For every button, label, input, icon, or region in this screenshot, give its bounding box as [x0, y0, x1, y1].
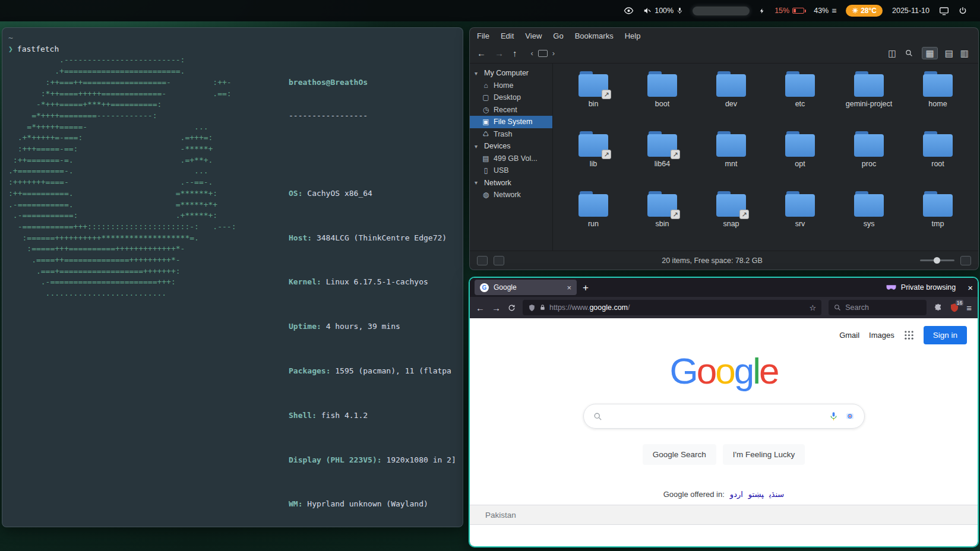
- folder-item[interactable]: ↗ dev: [697, 74, 766, 108]
- side-pane-toggle-icon[interactable]: [477, 256, 488, 265]
- folder-item[interactable]: ↗ run: [559, 194, 628, 228]
- sidebar-row[interactable]: ▾ ◷ Recent: [470, 104, 552, 116]
- menu-item[interactable]: Bookmarks: [575, 31, 614, 40]
- menu-item[interactable]: Go: [553, 31, 563, 40]
- folder-item[interactable]: ↗ lib: [559, 134, 628, 168]
- folder-icon: ↗: [716, 194, 746, 217]
- folder-item[interactable]: ↗ root: [903, 134, 972, 168]
- sidebar-row[interactable]: ▾ My Computer: [470, 67, 552, 80]
- sidebar-row[interactable]: ▾ ▯ USB: [470, 164, 552, 177]
- list-view-button[interactable]: ▤: [945, 49, 953, 58]
- terminal-window[interactable]: ~ ❯fastfetch .-------------------------:…: [2, 27, 463, 527]
- up-icon[interactable]: ↑: [513, 49, 517, 58]
- back-icon[interactable]: ←: [477, 49, 486, 58]
- folder-item[interactable]: ↗ bin: [559, 74, 628, 108]
- menu-item[interactable]: Help: [625, 31, 641, 40]
- sidebar-row[interactable]: ▾ ◍ Network: [470, 189, 552, 201]
- menu-item[interactable]: View: [525, 31, 542, 40]
- sidebar-row[interactable]: ▾ Devices: [470, 140, 552, 153]
- folder-item[interactable]: ↗ etc: [766, 74, 834, 108]
- search-icon[interactable]: [905, 49, 913, 57]
- google-action-button[interactable]: I'm Feeling Lucky: [723, 444, 805, 465]
- clock-date[interactable]: 2025-11-10: [892, 7, 930, 15]
- next-tab-icon[interactable]: ›: [552, 49, 555, 57]
- url-bar[interactable]: https://www.google.com/ ☆: [523, 300, 821, 315]
- reload-icon[interactable]: [508, 304, 516, 312]
- folder-item[interactable]: ↗ tmp: [903, 194, 972, 228]
- icon-view-button[interactable]: ▦: [922, 47, 937, 59]
- power-icon[interactable]: [959, 7, 967, 15]
- folder-item[interactable]: ↗ boot: [628, 74, 697, 108]
- extensions-icon[interactable]: [934, 303, 943, 312]
- language-link[interactable]: سنڌي: [769, 490, 784, 499]
- forward-icon[interactable]: →: [495, 49, 504, 58]
- folder-item[interactable]: ↗ sbin: [628, 194, 697, 228]
- tab-navigation: ‹ ›: [531, 49, 555, 57]
- new-tab-button[interactable]: +: [583, 283, 589, 293]
- browser-back-icon[interactable]: ←: [476, 303, 485, 312]
- sidebar-row[interactable]: ▾ ♺ Trash: [470, 128, 552, 141]
- folder-item[interactable]: ↗ lib64: [628, 134, 697, 168]
- sidebar-row[interactable]: ▾ ▢ Desktop: [470, 91, 552, 104]
- firefox-window: G Google × + Private browsing × ← → http…: [469, 277, 979, 547]
- sidebar-row[interactable]: ▾ ▣ File System: [470, 116, 552, 128]
- split-view-icon[interactable]: ◫: [888, 49, 896, 58]
- prompt-symbol: ❯: [8, 45, 13, 53]
- sign-in-button[interactable]: Sign in: [924, 326, 967, 344]
- folder-icon: ↗: [923, 194, 953, 217]
- folder-item[interactable]: ↗ opt: [766, 134, 834, 168]
- menu-item[interactable]: File: [477, 31, 489, 40]
- network-ssid-blurred[interactable]: [693, 7, 750, 15]
- sidebar-row[interactable]: ▾ ▤ 499 GB Vol...: [470, 153, 552, 165]
- folder-item[interactable]: ↗ snap: [697, 194, 766, 228]
- google-header-link[interactable]: Images: [869, 331, 894, 340]
- prev-tab-icon[interactable]: ‹: [531, 49, 533, 57]
- tab-close-icon[interactable]: ×: [567, 283, 571, 292]
- browser-tab-google[interactable]: G Google ×: [475, 280, 577, 295]
- folder-item[interactable]: ↗ gemini-project: [834, 74, 903, 108]
- folder-item[interactable]: ↗ proc: [834, 134, 903, 168]
- volume-module[interactable]: 100%: [643, 7, 683, 15]
- window-close-icon[interactable]: ×: [968, 283, 973, 293]
- folder-name: srv: [766, 220, 834, 228]
- statusbar-extra-button[interactable]: [960, 256, 971, 265]
- battery-module[interactable]: 15%: [774, 7, 804, 15]
- monitor-icon[interactable]: [939, 7, 949, 15]
- zoom-slider[interactable]: [920, 259, 954, 261]
- fastfetch-info-row: Packages1595 (pacman), 11 (flatpa: [289, 366, 457, 377]
- folder-icon: ↗: [785, 134, 815, 157]
- temperature-value: 28°C: [861, 7, 877, 15]
- google-apps-grid-icon[interactable]: [904, 330, 914, 340]
- google-search-box[interactable]: [583, 404, 865, 429]
- folder-name: sys: [834, 220, 903, 228]
- folder-item[interactable]: ↗ sys: [834, 194, 903, 228]
- folder-item[interactable]: ↗ srv: [766, 194, 834, 228]
- google-action-button[interactable]: Google Search: [643, 444, 716, 465]
- zoom-slider-handle[interactable]: [934, 257, 940, 264]
- privacy-eye-icon[interactable]: [624, 7, 634, 15]
- menu-hamburger-icon[interactable]: ≡: [966, 303, 972, 312]
- google-search-input[interactable]: [609, 411, 822, 421]
- power-profile-bolt-icon[interactable]: [759, 7, 765, 15]
- language-link[interactable]: پښتو: [748, 490, 764, 499]
- google-lens-icon[interactable]: [845, 411, 855, 421]
- weather-module[interactable]: ☀ 28°C: [846, 5, 883, 17]
- compact-view-button[interactable]: ▥: [960, 49, 969, 58]
- menu-item[interactable]: Edit: [501, 31, 514, 40]
- browser-forward-icon[interactable]: →: [492, 303, 501, 312]
- bookmark-star-icon[interactable]: ☆: [810, 303, 817, 312]
- sidebar-row[interactable]: ▾ ⌂ Home: [470, 80, 552, 92]
- folder-item[interactable]: ↗ mnt: [697, 134, 766, 168]
- voice-search-mic-icon[interactable]: [829, 411, 838, 421]
- places-sidebar: ▾ My Computer ▾ ⌂ Home ▾ ▢ Desktop: [470, 64, 553, 251]
- ublock-icon[interactable]: 16: [950, 303, 959, 312]
- path-tab-icon[interactable]: [538, 50, 548, 57]
- sidebar-row[interactable]: ▾ Network: [470, 177, 552, 189]
- folder-icon: ↗: [854, 194, 884, 217]
- memory-module[interactable]: 43% ≡: [814, 7, 836, 15]
- directory-tree-toggle-icon[interactable]: [494, 256, 504, 265]
- google-header-link[interactable]: Gmail: [839, 331, 859, 340]
- search-bar[interactable]: Search: [829, 300, 927, 315]
- language-link[interactable]: اردو: [730, 490, 743, 499]
- folder-item[interactable]: ↗ home: [903, 74, 972, 108]
